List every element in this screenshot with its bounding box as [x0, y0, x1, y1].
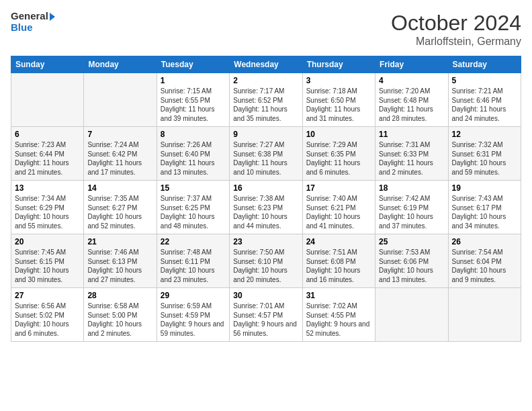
day-info: Sunrise: 7:40 AM Sunset: 6:21 PM Dayligh… — [306, 194, 371, 230]
day-number: 13 — [15, 183, 80, 193]
day-number: 17 — [306, 183, 371, 193]
day-info: Sunrise: 7:18 AM Sunset: 6:50 PM Dayligh… — [306, 87, 371, 123]
calendar-cell: 15Sunrise: 7:37 AM Sunset: 6:25 PM Dayli… — [157, 181, 229, 234]
day-info: Sunrise: 7:32 AM Sunset: 6:31 PM Dayligh… — [452, 140, 517, 177]
day-header-thursday: Thursday — [302, 56, 375, 73]
calendar-cell: 31Sunrise: 7:02 AM Sunset: 4:55 PM Dayli… — [302, 288, 375, 342]
day-number: 16 — [233, 183, 298, 193]
calendar-cell — [375, 288, 448, 342]
calendar-cell: 3Sunrise: 7:18 AM Sunset: 6:50 PM Daylig… — [302, 73, 375, 127]
day-info: Sunrise: 7:17 AM Sunset: 6:52 PM Dayligh… — [233, 87, 298, 123]
calendar-cell: 27Sunrise: 6:56 AM Sunset: 5:02 PM Dayli… — [11, 288, 84, 342]
calendar-cell: 25Sunrise: 7:53 AM Sunset: 6:06 PM Dayli… — [375, 234, 448, 288]
day-info: Sunrise: 6:58 AM Sunset: 5:00 PM Dayligh… — [87, 302, 152, 338]
day-info: Sunrise: 7:20 AM Sunset: 6:48 PM Dayligh… — [379, 87, 444, 123]
day-info: Sunrise: 7:24 AM Sunset: 6:42 PM Dayligh… — [87, 140, 152, 177]
logo: General Blue — [11, 11, 55, 33]
calendar-cell: 22Sunrise: 7:48 AM Sunset: 6:11 PM Dayli… — [157, 234, 229, 288]
calendar-cell: 28Sunrise: 6:58 AM Sunset: 5:00 PM Dayli… — [84, 288, 157, 342]
day-number: 30 — [233, 291, 298, 300]
day-header-saturday: Saturday — [448, 56, 521, 73]
calendar-cell: 18Sunrise: 7:42 AM Sunset: 6:19 PM Dayli… — [375, 181, 448, 234]
day-number: 25 — [379, 237, 444, 246]
calendar-cell: 14Sunrise: 7:35 AM Sunset: 6:27 PM Dayli… — [84, 181, 157, 234]
day-info: Sunrise: 7:53 AM Sunset: 6:06 PM Dayligh… — [379, 248, 444, 284]
month-title: October 2024 — [391, 11, 521, 36]
day-number: 7 — [87, 130, 152, 139]
day-info: Sunrise: 7:01 AM Sunset: 4:57 PM Dayligh… — [233, 302, 298, 338]
calendar-cell — [448, 288, 521, 342]
logo-text: General Blue — [11, 11, 55, 33]
calendar-cell: 30Sunrise: 7:01 AM Sunset: 4:57 PM Dayli… — [230, 288, 302, 342]
day-info: Sunrise: 7:34 AM Sunset: 6:29 PM Dayligh… — [15, 194, 80, 230]
day-header-tuesday: Tuesday — [157, 56, 229, 73]
calendar-cell: 26Sunrise: 7:54 AM Sunset: 6:04 PM Dayli… — [448, 234, 521, 288]
calendar-cell: 21Sunrise: 7:46 AM Sunset: 6:13 PM Dayli… — [84, 234, 157, 288]
calendar-cell: 10Sunrise: 7:29 AM Sunset: 6:35 PM Dayli… — [302, 127, 375, 181]
calendar-cell: 23Sunrise: 7:50 AM Sunset: 6:10 PM Dayli… — [230, 234, 302, 288]
title-block: October 2024 Marloffstein, Germany — [391, 11, 521, 48]
day-number: 15 — [161, 183, 226, 193]
day-info: Sunrise: 7:15 AM Sunset: 6:55 PM Dayligh… — [161, 87, 226, 123]
day-info: Sunrise: 7:50 AM Sunset: 6:10 PM Dayligh… — [233, 248, 298, 284]
day-number: 4 — [379, 76, 444, 85]
day-number: 28 — [87, 291, 152, 300]
calendar-cell: 5Sunrise: 7:21 AM Sunset: 6:46 PM Daylig… — [448, 73, 521, 127]
day-info: Sunrise: 7:26 AM Sunset: 6:40 PM Dayligh… — [161, 140, 226, 177]
day-info: Sunrise: 7:29 AM Sunset: 6:35 PM Dayligh… — [306, 140, 371, 177]
calendar-cell: 8Sunrise: 7:26 AM Sunset: 6:40 PM Daylig… — [157, 127, 229, 181]
day-number: 11 — [379, 130, 444, 139]
day-number: 14 — [87, 183, 152, 193]
day-info: Sunrise: 7:02 AM Sunset: 4:55 PM Dayligh… — [306, 302, 371, 338]
calendar-cell: 2Sunrise: 7:17 AM Sunset: 6:52 PM Daylig… — [230, 73, 302, 127]
calendar-table: SundayMondayTuesdayWednesdayThursdayFrid… — [11, 56, 521, 342]
day-info: Sunrise: 7:38 AM Sunset: 6:23 PM Dayligh… — [233, 194, 298, 230]
day-info: Sunrise: 7:35 AM Sunset: 6:27 PM Dayligh… — [87, 194, 152, 230]
day-number: 9 — [233, 130, 298, 139]
day-number: 23 — [233, 237, 298, 246]
calendar-cell: 17Sunrise: 7:40 AM Sunset: 6:21 PM Dayli… — [302, 181, 375, 234]
calendar-cell: 29Sunrise: 6:59 AM Sunset: 4:59 PM Dayli… — [157, 288, 229, 342]
day-number: 3 — [306, 76, 371, 85]
day-number: 10 — [306, 130, 371, 139]
calendar-cell: 20Sunrise: 7:45 AM Sunset: 6:15 PM Dayli… — [11, 234, 84, 288]
day-number: 27 — [15, 291, 80, 300]
day-number: 20 — [15, 237, 80, 246]
day-info: Sunrise: 7:54 AM Sunset: 6:04 PM Dayligh… — [452, 248, 517, 284]
day-number: 5 — [452, 76, 517, 85]
day-number: 18 — [379, 183, 444, 193]
day-number: 19 — [452, 183, 517, 193]
calendar-cell: 13Sunrise: 7:34 AM Sunset: 6:29 PM Dayli… — [11, 181, 84, 234]
day-number: 26 — [452, 237, 517, 246]
day-number: 24 — [306, 237, 371, 246]
day-info: Sunrise: 7:45 AM Sunset: 6:15 PM Dayligh… — [15, 248, 80, 284]
day-number: 12 — [452, 130, 517, 139]
day-info: Sunrise: 7:43 AM Sunset: 6:17 PM Dayligh… — [452, 194, 517, 230]
day-header-friday: Friday — [375, 56, 448, 73]
day-header-wednesday: Wednesday — [230, 56, 302, 73]
calendar-cell — [11, 73, 84, 127]
location-subtitle: Marloffstein, Germany — [391, 36, 521, 48]
calendar-cell: 7Sunrise: 7:24 AM Sunset: 6:42 PM Daylig… — [84, 127, 157, 181]
day-info: Sunrise: 7:31 AM Sunset: 6:33 PM Dayligh… — [379, 140, 444, 177]
calendar-cell: 12Sunrise: 7:32 AM Sunset: 6:31 PM Dayli… — [448, 127, 521, 181]
day-info: Sunrise: 6:56 AM Sunset: 5:02 PM Dayligh… — [15, 302, 80, 338]
calendar-cell: 6Sunrise: 7:23 AM Sunset: 6:44 PM Daylig… — [11, 127, 84, 181]
calendar-cell: 16Sunrise: 7:38 AM Sunset: 6:23 PM Dayli… — [230, 181, 302, 234]
day-number: 22 — [161, 237, 226, 246]
day-info: Sunrise: 7:48 AM Sunset: 6:11 PM Dayligh… — [161, 248, 226, 284]
day-info: Sunrise: 7:21 AM Sunset: 6:46 PM Dayligh… — [452, 87, 517, 123]
calendar-cell: 24Sunrise: 7:51 AM Sunset: 6:08 PM Dayli… — [302, 234, 375, 288]
day-number: 6 — [15, 130, 80, 139]
calendar-cell — [84, 73, 157, 127]
page-header: General Blue October 2024 Marloffstein, … — [11, 11, 521, 48]
day-info: Sunrise: 7:23 AM Sunset: 6:44 PM Dayligh… — [15, 140, 80, 177]
calendar-cell: 11Sunrise: 7:31 AM Sunset: 6:33 PM Dayli… — [375, 127, 448, 181]
day-info: Sunrise: 7:46 AM Sunset: 6:13 PM Dayligh… — [87, 248, 152, 284]
calendar-cell: 4Sunrise: 7:20 AM Sunset: 6:48 PM Daylig… — [375, 73, 448, 127]
day-header-sunday: Sunday — [11, 56, 84, 73]
day-number: 8 — [161, 130, 226, 139]
day-number: 31 — [306, 291, 371, 300]
day-info: Sunrise: 7:37 AM Sunset: 6:25 PM Dayligh… — [161, 194, 226, 230]
day-number: 1 — [161, 76, 226, 85]
